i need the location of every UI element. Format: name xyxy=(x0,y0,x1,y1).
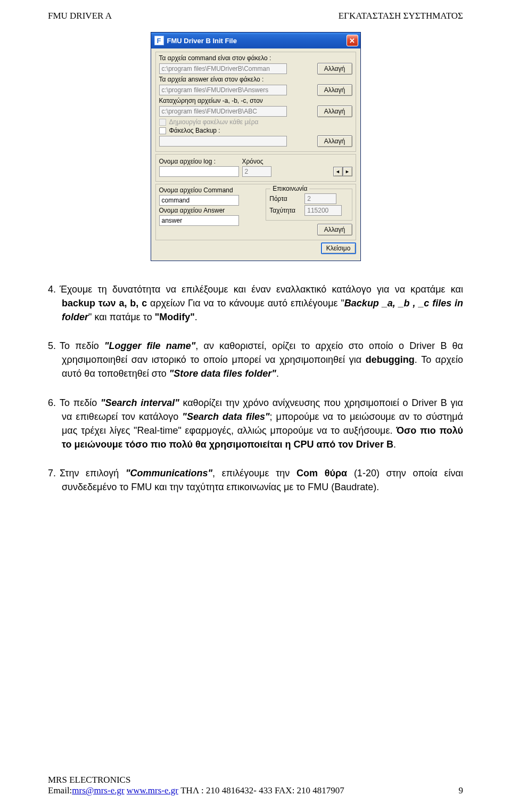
time-label: Χρόνος xyxy=(242,158,285,165)
footer-url-link[interactable]: www.mrs-e.gr xyxy=(127,785,178,795)
backup-folder-checkbox[interactable] xyxy=(159,127,166,134)
list-item: 4.Έχουμε τη δυνατότητα να επιλέξουμε και… xyxy=(48,282,463,324)
port-label: Πόρτα xyxy=(269,195,301,202)
files-comm-group: Ονομα αρχείου Command command Ονομα αρχε… xyxy=(155,184,356,240)
text: , επιλέγουμε την xyxy=(212,468,296,478)
app-icon: F xyxy=(154,36,164,45)
ans-file-label: Ονομα αρχείου Answer xyxy=(159,207,263,214)
text: αρχείων Για να το κάνουμε αυτό επιλέγουμ… xyxy=(147,298,344,308)
text-bold: Com θύρα xyxy=(296,468,347,478)
text-italic-bold: "Logger file name" xyxy=(104,340,195,351)
text-italic-bold: "Search interval" xyxy=(101,397,179,408)
abc-folder-label: Καταχώρηση αρχείων -a, -b, -c, στον xyxy=(159,97,352,104)
dialog-body: Τα αρχεία command είναι στον φάκελο : c:… xyxy=(151,48,360,261)
doc-header-right: ΕΓΚΑΤΑΣΤΑΣΗ ΣΥΣΤΗΜΑΤΟΣ xyxy=(339,11,463,21)
item-number: 6. xyxy=(48,396,60,410)
text: Έχουμε τη δυνατότητα να επιλέξουμε και έ… xyxy=(60,284,463,295)
page-number: 9 xyxy=(459,785,464,796)
text-italic-bold: "Communications" xyxy=(126,468,212,478)
text: " και πατάμε το xyxy=(88,312,155,322)
titlebar: F FMU Driver B Init File ✕ xyxy=(151,33,360,48)
item-number: 5. xyxy=(48,339,60,353)
item-number: 4. xyxy=(48,282,60,296)
speed-input[interactable]: 115200 xyxy=(304,205,342,216)
window-title: FMU Driver B Init File xyxy=(167,37,347,45)
backup-folder-label: Φάκελος Backup : xyxy=(169,127,220,134)
daily-folders-label: Δημιουργία φακέλων κάθε μέρα xyxy=(169,118,259,126)
answer-folder-label: Τα αρχεία answer είναι στον φάκελο : xyxy=(159,76,352,83)
cmd-file-label: Ονομα αρχείου Command xyxy=(159,186,263,194)
change-backup-button[interactable]: Αλλαγή xyxy=(317,135,352,147)
command-folder-label: Τα αρχεία command είναι στον φάκελο : xyxy=(159,54,352,62)
list-item: 5.Το πεδίο "Logger file name", αν καθορι… xyxy=(48,339,463,380)
text-italic-bold: "Search data files" xyxy=(182,411,269,422)
abc-folder-input[interactable]: c:\program files\FMUDriverB\ABC xyxy=(159,106,287,117)
dialog-wrapper: F FMU Driver B Init File ✕ Τα αρχεία com… xyxy=(0,27,511,272)
text: . xyxy=(276,368,279,379)
cmd-file-input[interactable]: command xyxy=(159,195,239,206)
text-bold: backup των a, b, c xyxy=(62,298,147,308)
footer-company: MRS ELECTRONICS xyxy=(48,775,344,785)
change-comm-button[interactable]: Αλλαγή xyxy=(317,224,352,236)
log-file-input[interactable] xyxy=(159,166,239,177)
init-file-dialog: F FMU Driver B Init File ✕ Τα αρχεία com… xyxy=(151,32,361,261)
footer-left: MRS ELECTRONICS Email:mrs@mrs-e.gr www.m… xyxy=(48,775,344,796)
list-item: 7.Στην επιλογή "Communications", επιλέγο… xyxy=(48,466,463,494)
text: Στην επιλογή xyxy=(60,468,126,478)
time-decrement-button[interactable]: ◄ xyxy=(333,167,343,176)
communications-legend: Επικοινωνία xyxy=(270,185,309,192)
close-icon[interactable]: ✕ xyxy=(347,35,358,46)
log-time-group: Ονομα αρχείου log : Χρόνος 2 ◄ ► xyxy=(155,154,356,182)
footer-tail: ΤΗΛ : 210 4816432- 433 FAX: 210 4817907 xyxy=(178,785,344,795)
footer-email-link[interactable]: mrs@mrs-e.gr xyxy=(72,785,124,795)
text-bold: debugging xyxy=(366,354,415,365)
footer-email-label: Email: xyxy=(48,785,72,795)
answer-folder-input[interactable]: c:\program files\FMUDriverB\Answers xyxy=(159,85,287,95)
command-folder-input[interactable]: c:\program files\FMUDriverB\Comman xyxy=(159,63,287,74)
page-footer: MRS ELECTRONICS Email:mrs@mrs-e.gr www.m… xyxy=(48,775,463,796)
text: Το πεδίο xyxy=(60,397,101,408)
change-answer-button[interactable]: Αλλαγή xyxy=(317,84,352,96)
command-folder-group: Τα αρχεία command είναι στον φάκελο : c:… xyxy=(155,52,356,152)
text: . xyxy=(393,439,396,450)
text-italic-bold: "Store data files folder" xyxy=(169,368,276,379)
communications-fieldset: Επικοινωνία Πόρτα 2 Ταχύτητα 115200 xyxy=(266,189,352,221)
list-item: 6.Το πεδίο "Search interval" καθορίζει τ… xyxy=(48,396,463,451)
text-bold: "Modify" xyxy=(155,312,195,322)
doc-header-left: FMU DRIVER A xyxy=(48,11,112,21)
log-file-label: Ονομα αρχείου log : xyxy=(159,158,239,165)
text: Το πεδίο xyxy=(60,340,104,351)
document-body: 4.Έχουμε τη δυνατότητα να επιλέξουμε και… xyxy=(0,272,511,494)
time-increment-button[interactable]: ► xyxy=(343,167,352,176)
change-command-button[interactable]: Αλλαγή xyxy=(317,63,352,75)
change-abc-button[interactable]: Αλλαγή xyxy=(317,105,352,117)
port-input[interactable]: 2 xyxy=(304,193,336,204)
close-button[interactable]: Κλείσιμο xyxy=(321,242,356,254)
time-input[interactable]: 2 xyxy=(242,166,271,177)
backup-folder-input[interactable] xyxy=(159,136,287,147)
text: . xyxy=(195,312,197,322)
ans-file-input[interactable]: answer xyxy=(159,215,239,226)
daily-folders-checkbox[interactable] xyxy=(159,119,166,126)
item-number: 7. xyxy=(48,466,60,480)
speed-label: Ταχύτητα xyxy=(269,207,301,214)
